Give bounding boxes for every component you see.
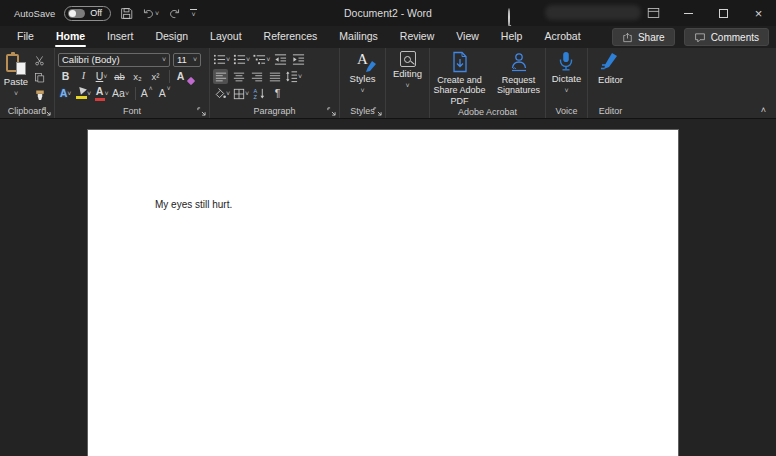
svg-text:A: A: [254, 88, 258, 94]
grow-font-button[interactable]: A˄: [139, 86, 154, 101]
highlight-color-button[interactable]: ˅: [76, 86, 91, 101]
share-button[interactable]: Share: [612, 28, 675, 46]
autosave-toggle[interactable]: Off: [64, 6, 111, 21]
tab-acrobat[interactable]: Acrobat: [533, 26, 591, 48]
search-icon[interactable]: [508, 9, 510, 27]
borders-icon: [233, 88, 245, 100]
create-share-pdf-button[interactable]: Create and Share Adobe PDF: [431, 51, 489, 106]
document-canvas[interactable]: My eyes still hurt.: [0, 119, 776, 456]
align-right-icon: [251, 71, 263, 83]
paragraph-dialog-launcher[interactable]: [327, 107, 336, 116]
decrease-indent-button[interactable]: [273, 52, 288, 67]
document-text[interactable]: My eyes still hurt.: [88, 130, 678, 210]
ribbon-group-editing: Editing ˅: [386, 48, 430, 118]
format-painter-button[interactable]: [32, 87, 47, 102]
ribbon-tabs: File Home Insert Design Layout Reference…: [0, 26, 592, 48]
save-button[interactable]: [120, 7, 133, 20]
divider: [169, 70, 170, 83]
tab-mailings[interactable]: Mailings: [328, 26, 389, 48]
adobe-acrobat-group-label: Adobe Acrobat: [458, 107, 517, 117]
redo-button[interactable]: [168, 7, 181, 20]
superscript-button[interactable]: x²: [148, 69, 163, 84]
scissors-icon: [34, 55, 45, 66]
numbering-button[interactable]: ˅: [233, 52, 250, 67]
paste-button[interactable]: Paste ˅: [0, 51, 32, 104]
shrink-font-button[interactable]: A˅: [157, 86, 172, 101]
tab-references[interactable]: References: [253, 26, 329, 48]
numbered-list-icon: [233, 53, 246, 66]
close-button[interactable]: ×: [741, 0, 776, 26]
styles-dialog-launcher[interactable]: [373, 107, 382, 116]
show-hide-formatting-button[interactable]: ¶: [270, 86, 285, 101]
shading-button[interactable]: ˅: [213, 86, 230, 101]
close-icon: ×: [755, 6, 763, 21]
ribbon-group-paragraph: ˅ ˅ ˅: [210, 48, 340, 118]
editor-button[interactable]: Editor: [598, 51, 623, 104]
tab-insert[interactable]: Insert: [96, 26, 144, 48]
tab-layout[interactable]: Layout: [199, 26, 253, 48]
customize-quick-access-toolbar-button[interactable]: ˅: [190, 9, 197, 18]
share-icon: [622, 32, 633, 43]
cut-button[interactable]: [32, 53, 47, 68]
increase-indent-button[interactable]: [291, 52, 306, 67]
tab-file[interactable]: File: [6, 26, 45, 48]
font-size-select[interactable]: 11 ˅: [173, 53, 201, 67]
sort-button[interactable]: A Z: [252, 86, 267, 101]
chevron-up-icon: ˄: [149, 86, 153, 93]
justify-button[interactable]: [267, 69, 282, 84]
paragraph-group-label: Paragraph: [253, 106, 295, 116]
redo-icon: [168, 7, 181, 20]
ribbon-display-options-button[interactable]: [636, 0, 671, 26]
minimize-button[interactable]: [671, 0, 706, 26]
request-signatures-button[interactable]: Request Signatures: [493, 51, 545, 106]
maximize-button[interactable]: [706, 0, 741, 26]
strikethrough-button[interactable]: ab: [112, 69, 127, 84]
highlighter-icon: [76, 88, 87, 99]
chevron-down-icon: ˅: [226, 90, 230, 97]
align-center-button[interactable]: [231, 69, 246, 84]
bullets-button[interactable]: ˅: [213, 52, 230, 67]
line-spacing-button[interactable]: ˅: [285, 69, 302, 84]
clipboard-dialog-launcher[interactable]: [42, 107, 51, 116]
save-icon: [120, 7, 133, 20]
undo-button[interactable]: ˅: [142, 7, 159, 20]
bold-button[interactable]: B: [58, 69, 73, 84]
create-share-pdf-label: Create and Share Adobe PDF: [431, 75, 489, 106]
tab-view[interactable]: View: [445, 26, 490, 48]
align-right-button[interactable]: [249, 69, 264, 84]
eraser-icon: [187, 77, 195, 85]
clear-formatting-button[interactable]: A: [173, 69, 188, 84]
chevron-down-icon: ˅: [266, 56, 270, 63]
decrease-indent-icon: [274, 53, 287, 66]
account-area-blurred: [545, 5, 641, 20]
tab-home[interactable]: Home: [45, 26, 96, 48]
font-name-value: Calibri (Body): [62, 54, 120, 65]
font-color-button[interactable]: A ˅: [94, 86, 109, 101]
tab-help[interactable]: Help: [490, 26, 534, 48]
collapse-ribbon-button[interactable]: ˄: [761, 105, 766, 115]
tab-review[interactable]: Review: [389, 26, 445, 48]
borders-button[interactable]: ˅: [233, 86, 249, 101]
ribbon-group-clipboard: Paste ˅: [0, 48, 55, 118]
styles-button[interactable]: A Styles ˅: [350, 51, 376, 104]
italic-button[interactable]: I: [76, 69, 91, 84]
change-case-button[interactable]: Aa˅: [112, 86, 129, 101]
subscript-button[interactable]: x₂: [130, 69, 145, 84]
font-dialog-launcher[interactable]: [197, 107, 206, 116]
svg-text:Z: Z: [254, 94, 258, 100]
multilevel-list-button[interactable]: ˅: [253, 52, 270, 67]
styles-icon: A: [352, 51, 374, 72]
font-name-select[interactable]: Calibri (Body) ˅: [58, 53, 170, 67]
chevron-down-icon: ˅: [155, 10, 159, 17]
underline-button[interactable]: U˅: [94, 69, 109, 84]
editing-menu-button[interactable]: Editing ˅: [393, 51, 422, 104]
text-effects-button[interactable]: A˅: [58, 86, 73, 101]
align-left-button[interactable]: [213, 69, 228, 84]
tab-design[interactable]: Design: [144, 26, 199, 48]
comments-button[interactable]: Comments: [684, 28, 769, 46]
copy-button[interactable]: [32, 70, 47, 85]
magnifier-glyph: [404, 56, 411, 63]
paint-bucket-icon: [213, 87, 226, 100]
dictate-button[interactable]: Dictate ˅: [552, 51, 582, 104]
document-page[interactable]: My eyes still hurt.: [88, 130, 678, 456]
